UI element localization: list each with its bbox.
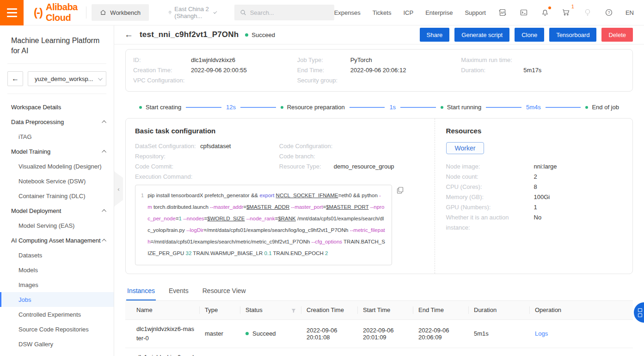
vpc-configuration-label: VPC Configuration: <box>133 75 191 86</box>
basic-task-configuration-title: Basic task configuration <box>135 127 423 135</box>
feedback-square-icon <box>638 308 642 312</box>
region-label: East China 2 (Shangh... <box>174 6 211 19</box>
task-configuration-panel: Basic task configuration DataSet Configu… <box>125 118 633 274</box>
instance-status-badge: Succeed <box>245 330 297 337</box>
dataset-configuration-link[interactable]: cpfsdataset <box>200 141 231 151</box>
col-header-creation-time: Creation Time <box>301 301 357 319</box>
clone-button[interactable]: Clone <box>515 28 544 42</box>
code-commit-label: Code Commit: <box>135 162 200 172</box>
id-label: ID: <box>133 55 191 65</box>
hamburger-menu-icon[interactable] <box>0 0 24 25</box>
memory-value: 100Gi <box>534 192 550 202</box>
sidebar-group-ai-computing-asset-management[interactable]: AI Computing Asset Management <box>0 233 114 248</box>
col-header-status: Status <box>240 301 301 319</box>
cart-icon[interactable]: 1 <box>562 8 571 17</box>
tab-resource-view[interactable]: Resource View <box>202 284 247 300</box>
feedback-square-icon <box>638 313 642 317</box>
creation-time-value: 2022-09-06 20:00:55 <box>191 65 247 75</box>
api-icon[interactable]: AP <box>498 8 507 17</box>
job-type-label: Job Type: <box>297 55 350 65</box>
duration-value: 5m17s <box>523 65 541 75</box>
share-button[interactable]: Share <box>420 28 450 42</box>
timeline-connector <box>400 107 436 108</box>
tab-events[interactable]: Events <box>168 284 190 300</box>
sidebar-item-notebook-service[interactable]: Notebook Service (DSW) <box>0 174 114 188</box>
help-icon[interactable]: ? <box>604 8 613 17</box>
timeline-stage-start-running: Start running <box>441 104 481 111</box>
sidebar-item-images[interactable]: Images <box>0 277 114 292</box>
security-group-label: Security group: <box>297 75 350 86</box>
cpu-cores-label: CPU (Cores): <box>446 182 534 192</box>
timeline-connector <box>240 107 276 108</box>
sidebar-item-jobs[interactable]: Jobs <box>0 292 114 307</box>
cpu-cores-value: 8 <box>534 182 537 192</box>
stage-dot-icon <box>441 106 443 109</box>
memory-label: Memory (GB): <box>446 192 534 202</box>
repository-label: Repository: <box>135 151 200 162</box>
sidebar-group-data-preprocessing[interactable]: Data Preprocessing <box>0 114 114 129</box>
sidebar-group-model-training[interactable]: Model Training <box>0 144 114 159</box>
back-button[interactable]: ← <box>124 30 133 40</box>
tab-instances[interactable]: Instances <box>126 284 156 300</box>
global-search[interactable] <box>234 5 334 20</box>
sidebar-item-controlled-experiments[interactable]: Controlled Experiments <box>0 307 114 322</box>
stage-dot-icon <box>139 106 142 109</box>
search-input[interactable] <box>250 9 329 16</box>
sidebar-item-itag[interactable]: iTAG <box>0 129 114 144</box>
worker-tab[interactable]: Worker <box>446 142 485 154</box>
tensorboard-button[interactable]: Tensorboard <box>549 28 596 42</box>
generate-script-button[interactable]: Generate script <box>454 28 509 42</box>
sidebar-item-model-serving[interactable]: Model Serving (EAS) <box>0 218 114 233</box>
language-switcher[interactable]: EN <box>626 9 634 16</box>
auction-instance-value: No <box>534 212 542 233</box>
execution-command-code-block[interactable]: 1 pip install tensorboardX prefetch_gene… <box>135 185 392 265</box>
instance-creation-time: 2022-09-06 20:01:08 <box>301 319 357 348</box>
terminal-icon[interactable] <box>519 8 528 17</box>
sidebar-group-model-deployment[interactable]: Model Deployment <box>0 203 114 218</box>
sidebar-item-datasets[interactable]: Datasets <box>0 248 114 262</box>
sidebar-item-container-training[interactable]: Container Training (DLC) <box>0 188 114 203</box>
command-code: pip install tensorboardX prefetch_genera… <box>147 190 385 259</box>
timeline-stage-start-creating: Start creating <box>139 104 181 111</box>
workbench-button[interactable]: Workbench <box>92 4 149 21</box>
logo-mark-icon: (-) <box>34 6 42 19</box>
duration-label: Duration: <box>461 65 523 75</box>
col-header-name: Name <box>125 301 199 319</box>
col-header-start-time: Start Time <box>357 301 413 319</box>
logs-link[interactable]: Logs <box>535 330 548 337</box>
auction-instance-label: Whether it is an auction instance: <box>446 212 534 233</box>
sidebar-item-workspace-details[interactable]: Workspace Details <box>0 100 114 114</box>
instance-end-time: 2022-09-06 20:06:09 <box>413 319 468 348</box>
instance-type: master <box>199 319 240 348</box>
sidebar-item-models[interactable]: Models <box>0 262 114 277</box>
nav-link-expenses[interactable]: Expenses <box>334 9 361 16</box>
nav-link-enterprise[interactable]: Enterprise <box>425 9 453 16</box>
region-selector[interactable]: East China 2 (Shangh... <box>168 6 216 19</box>
delete-button[interactable]: Delete <box>601 28 633 42</box>
sidebar-item-visualized-modeling[interactable]: Visualized Modeling (Designer) <box>0 159 114 174</box>
job-status-badge: Succeed <box>245 31 275 38</box>
sidebar-item-dsw-gallery[interactable]: DSW Gallery <box>0 337 114 351</box>
timeline-duration: 12s <box>226 104 236 111</box>
status-filter-icon[interactable] <box>291 308 296 313</box>
timeline-connector <box>350 107 385 108</box>
nav-link-icp[interactable]: ICP <box>403 9 413 16</box>
nav-link-support[interactable]: Support <box>465 9 486 16</box>
node-count-value: 2 <box>534 172 537 182</box>
workspace-selector[interactable]: yuze_demo_worksp... <box>28 71 106 86</box>
instance-type: worker <box>199 348 240 356</box>
instance-creation-time: 2022-09-06 20:01:10 <box>301 348 357 356</box>
lightbulb-icon[interactable] <box>583 8 592 17</box>
alibaba-cloud-logo[interactable]: (-) Alibaba Cloud <box>24 2 86 23</box>
chevron-down-icon <box>98 76 103 81</box>
workspace-back-button[interactable]: ← <box>7 71 23 86</box>
sidebar-item-source-code-repositories[interactable]: Source Code Repositories <box>0 322 114 337</box>
cart-badge: 1 <box>571 4 574 9</box>
svg-text:?: ? <box>608 10 610 15</box>
instance-name: dlc1wjnldvzkixz6-worker-0 <box>125 348 199 356</box>
nav-link-tickets[interactable]: Tickets <box>373 9 392 16</box>
copy-icon[interactable] <box>397 187 404 194</box>
stage-dot-icon <box>585 106 588 109</box>
dataset-configuration-label: DataSet Configuration: <box>135 141 200 151</box>
notifications-bell-icon[interactable] <box>540 8 550 17</box>
